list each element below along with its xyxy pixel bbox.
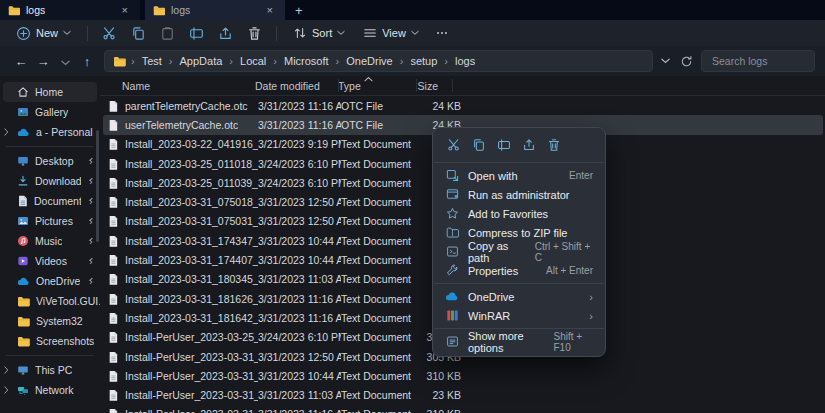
sidebar-item-system32-folder[interactable]: System32 [0, 311, 100, 331]
menu-item-show-more-options[interactable]: Show more options Shift + F10 [433, 332, 605, 351]
cut-button[interactable] [445, 136, 462, 153]
sidebar-item-music[interactable]: Music [0, 231, 100, 251]
sidebar-item-network[interactable]: Network [0, 380, 100, 400]
new-button[interactable]: New [8, 23, 79, 44]
tab-logs-active[interactable]: logs × [0, 0, 140, 20]
sidebar-item-documents[interactable]: Documents [0, 191, 100, 211]
file-type: Text Document [341, 312, 419, 324]
more-options-button[interactable] [434, 25, 451, 42]
copy-button[interactable] [470, 136, 487, 153]
table-row[interactable]: Install-PerUser_2023-03-31_181628_7992 3… [103, 405, 823, 413]
breadcrumb-segment[interactable]: setup [408, 54, 439, 68]
file-name: Install-PerUser_2023-03-31_181628_7992 [125, 408, 258, 413]
file-date: 3/31/2023 12:50 AM [258, 196, 341, 208]
close-tab-icon[interactable]: × [263, 4, 277, 17]
sidebar-item-desktop[interactable]: Desktop [0, 151, 100, 171]
back-button[interactable]: ← [10, 55, 32, 68]
table-row[interactable]: parentTelemetryCache.otc 3/31/2023 11:16… [103, 96, 823, 115]
breadcrumb-segment[interactable]: Microsoft [282, 54, 331, 68]
sidebar-item-onedrive[interactable]: OneDrive [0, 271, 100, 291]
sidebar-item-this-pc[interactable]: This PC [0, 360, 100, 380]
new-tab-button[interactable]: + [285, 0, 313, 20]
refresh-button[interactable] [680, 55, 693, 68]
table-row[interactable]: Install-PerUser_2023-03-31_180352_1128..… [103, 385, 823, 404]
sidebar-item-pictures[interactable]: Pictures [0, 211, 100, 231]
view-button[interactable]: View [355, 23, 427, 43]
menu-item-run-as-administrator[interactable]: Run as administrator [433, 185, 605, 204]
tab-label: logs [171, 4, 190, 16]
column-divider[interactable] [452, 79, 453, 92]
menu-item-copy-as-path[interactable]: Copy as path Ctrl + Shift + C [433, 242, 605, 261]
column-divider[interactable] [338, 79, 339, 92]
file-name: userTelemetryCache.otc [125, 119, 238, 131]
pin-icon [87, 177, 95, 185]
column-header-name[interactable]: Name [100, 80, 255, 92]
tab-logs-inactive[interactable]: logs × [145, 0, 285, 20]
breadcrumb-chevron: › [271, 55, 279, 67]
sidebar-item-gallery[interactable]: Gallery [0, 102, 100, 122]
sort-button[interactable]: Sort [285, 23, 353, 43]
pin-icon [87, 217, 95, 225]
file-type: Text Document [341, 331, 419, 343]
file-size: 23 KB [419, 389, 463, 401]
column-header-date-modified[interactable]: Date modified [255, 80, 338, 92]
delete-button[interactable] [246, 25, 263, 42]
search-input[interactable] [710, 54, 806, 68]
table-row[interactable]: Install-PerUser_2023-03-31_174349_656-..… [103, 366, 823, 385]
otc-file-icon [108, 119, 118, 131]
breadcrumb-segment[interactable]: OneDrive [344, 54, 394, 68]
column-header-type[interactable]: Type [338, 80, 416, 92]
rename-button[interactable] [188, 25, 205, 42]
title-bar: logs × logs × + [0, 0, 825, 20]
paste-button[interactable] [159, 25, 176, 42]
text-document-icon [108, 293, 118, 305]
text-document-icon [108, 235, 118, 247]
menu-item-onedrive[interactable]: OneDrive › [433, 287, 605, 306]
rename-button[interactable] [495, 136, 512, 153]
file-date: 3/31/2023 10:44 AM [258, 254, 341, 266]
chevron-right-icon[interactable] [4, 128, 9, 136]
chevron-right-icon[interactable] [4, 366, 9, 374]
column-header-size[interactable]: Size [416, 80, 460, 92]
column-headers: Name Date modified Type Size [100, 76, 825, 96]
forward-button[interactable]: → [32, 55, 54, 68]
sidebar-scrollbar[interactable] [96, 130, 99, 242]
sidebar-item-downloads[interactable]: Downloads [0, 171, 100, 191]
folder-icon [17, 296, 30, 307]
menu-item-open-with[interactable]: Open with Enter [433, 166, 605, 185]
copy-button[interactable] [130, 25, 147, 42]
up-button[interactable]: ↑ [76, 55, 98, 68]
menu-item-label: Copy as path [468, 240, 526, 264]
folder-icon [17, 336, 30, 347]
delete-button[interactable] [545, 136, 562, 153]
search-box[interactable] [701, 50, 815, 72]
cut-button[interactable] [101, 25, 118, 42]
share-button[interactable] [217, 25, 234, 42]
address-bar[interactable]: › Test › AppData › Local › Microsoft › O… [104, 50, 653, 72]
menu-item-winrar[interactable]: WinRAR › [433, 306, 605, 325]
sidebar-item-videos[interactable]: Videos [0, 251, 100, 271]
gallery-icon [17, 106, 29, 118]
breadcrumb-segment[interactable]: Test [140, 54, 164, 68]
recent-locations-button[interactable] [54, 55, 76, 68]
column-divider[interactable] [416, 79, 417, 92]
sidebar-item-onedrive-personal[interactable]: a - Personal [0, 122, 100, 142]
menu-shortcut: Ctrl + Shift + C [535, 241, 593, 263]
file-date: 3/31/2023 11:16 AM [258, 408, 341, 413]
pin-icon [87, 257, 95, 265]
share-button[interactable] [520, 136, 537, 153]
menu-item-add-to-favorites[interactable]: Add to Favorites [433, 204, 605, 223]
close-tab-icon[interactable]: × [118, 4, 132, 17]
breadcrumb-segment[interactable]: logs [453, 54, 477, 68]
breadcrumb-segment[interactable]: AppData [178, 54, 225, 68]
menu-item-properties[interactable]: Properties Alt + Enter [433, 261, 605, 280]
sidebar-item-vivetool-folder[interactable]: ViVeTool.GUI.1.6.2.C [0, 291, 100, 311]
sidebar-item-home[interactable]: Home [3, 82, 97, 102]
sidebar-item-screenshots-folder[interactable]: Screenshots [0, 331, 100, 351]
address-dropdown-button[interactable] [661, 58, 670, 64]
breadcrumb-segment[interactable]: Local [238, 54, 268, 68]
menu-shortcut: Shift + F10 [553, 331, 593, 353]
sidebar-item-label: Home [35, 86, 63, 98]
chevron-right-icon[interactable] [4, 386, 9, 394]
text-document-icon [108, 254, 118, 266]
